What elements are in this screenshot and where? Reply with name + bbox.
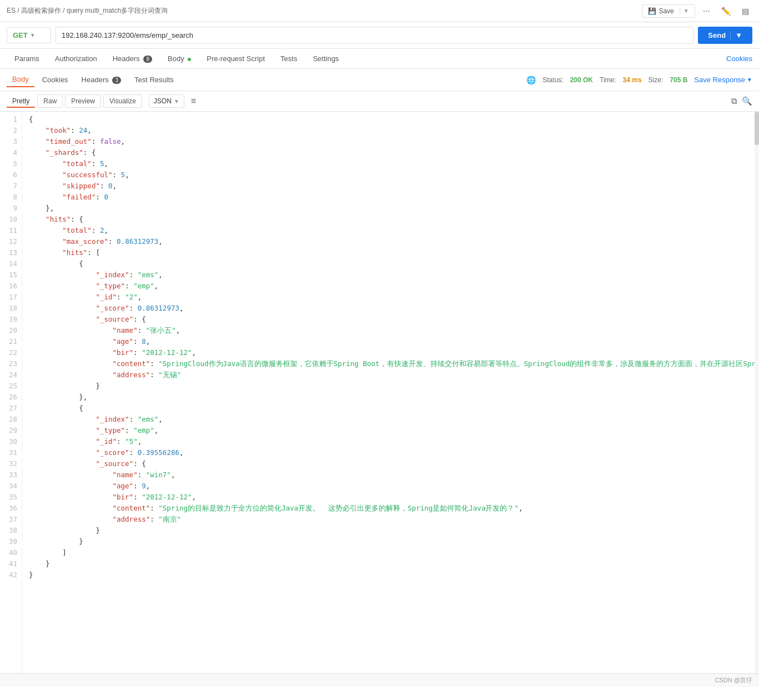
cookies-link[interactable]: Cookies (726, 49, 752, 68)
format-pretty-button[interactable]: Pretty (7, 95, 35, 108)
time-label: Time: (600, 76, 616, 84)
tab-pre-request[interactable]: Pre-request Script (199, 49, 273, 68)
save-response-arrow: ▼ (747, 77, 752, 83)
method-label: GET (13, 31, 28, 39)
headers-badge: 8 (143, 56, 152, 63)
globe-icon: 🌐 (526, 76, 536, 84)
line-numbers: 1234567891011121314151617181920212223242… (0, 112, 22, 673)
json-content: { "took": 24, "timed_out": false, "_shar… (22, 112, 759, 673)
top-bar-actions: 💾 Save ▼ ··· ✏️ ▤ (642, 4, 752, 18)
url-input[interactable] (56, 27, 693, 44)
filter-icon[interactable]: ≡ (191, 96, 196, 106)
edit-button[interactable]: ✏️ (718, 6, 734, 17)
tab-authorization[interactable]: Authorization (47, 49, 105, 68)
json-area: 1234567891011121314151617181920212223242… (0, 112, 759, 673)
json-label: JSON (154, 97, 172, 105)
resp-tab-test-results[interactable]: Test Results (129, 73, 179, 87)
breadcrumb-text: ES / 高级检索操作 / query multi_match多字段分词查询 (7, 6, 168, 16)
send-button[interactable]: Send ▼ (698, 27, 752, 44)
json-select-arrow: ▼ (174, 98, 179, 104)
top-bar: ES / 高级检索操作 / query multi_match多字段分词查询 💾… (0, 0, 759, 22)
send-label: Send (708, 31, 726, 39)
resp-tab-cookies[interactable]: Cookies (37, 73, 74, 87)
tab-tests[interactable]: Tests (273, 49, 305, 68)
response-tabs: Body Cookies Headers 3 Test Results 🌐 St… (0, 69, 759, 91)
save-dropdown-icon[interactable]: ▼ (680, 8, 689, 14)
layout-button[interactable]: ▤ (738, 6, 752, 17)
url-bar: GET ▼ Send ▼ (0, 22, 759, 49)
resp-headers-badge: 3 (112, 77, 121, 84)
save-button[interactable]: 💾 Save ▼ (642, 4, 695, 18)
status-label: Status: (542, 76, 563, 84)
json-format-select[interactable]: JSON ▼ (149, 94, 184, 108)
size-label: Size: (649, 76, 664, 84)
tab-headers[interactable]: Headers 8 (105, 49, 160, 68)
save-label: Save (659, 7, 673, 15)
scrollbar-thumb[interactable] (755, 112, 759, 145)
body-active-dot (188, 58, 191, 61)
breadcrumb: ES / 高级检索操作 / query multi_match多字段分词查询 (7, 6, 168, 16)
request-tabs: Params Authorization Headers 8 Body Pre-… (0, 49, 759, 69)
save-response-button[interactable]: Save Response ▼ (694, 76, 752, 84)
format-raw-button[interactable]: Raw (37, 94, 63, 108)
format-preview-button[interactable]: Preview (65, 94, 101, 108)
tab-body[interactable]: Body (160, 49, 199, 68)
method-arrow-icon: ▼ (30, 32, 36, 38)
resp-tab-body[interactable]: Body (7, 72, 34, 87)
method-select[interactable]: GET ▼ (7, 27, 51, 43)
tab-settings[interactable]: Settings (305, 49, 346, 68)
format-visualize-button[interactable]: Visualize (103, 94, 142, 108)
time-value: 34 ms (623, 76, 642, 84)
bottom-bar: CSDN @宫仔 (0, 673, 759, 687)
format-bar: Pretty Raw Preview Visualize JSON ▼ ≡ ⧉ … (0, 91, 759, 112)
resp-tab-headers[interactable]: Headers 3 (76, 73, 127, 87)
status-value: 200 OK (570, 76, 593, 84)
status-area: 🌐 Status: 200 OK Time: 34 ms Size: 705 B… (526, 76, 752, 84)
format-right-actions: ⧉ 🔍 (731, 96, 752, 106)
footer-text: CSDN @宫仔 (715, 676, 752, 684)
scrollbar-track[interactable] (755, 112, 759, 673)
save-icon: 💾 (648, 7, 656, 15)
copy-button[interactable]: ⧉ (731, 96, 737, 106)
tab-params[interactable]: Params (7, 49, 47, 68)
size-value: 705 B (670, 76, 687, 84)
send-dropdown-icon[interactable]: ▼ (730, 31, 742, 39)
more-button[interactable]: ··· (700, 5, 713, 17)
search-button[interactable]: 🔍 (742, 96, 752, 106)
